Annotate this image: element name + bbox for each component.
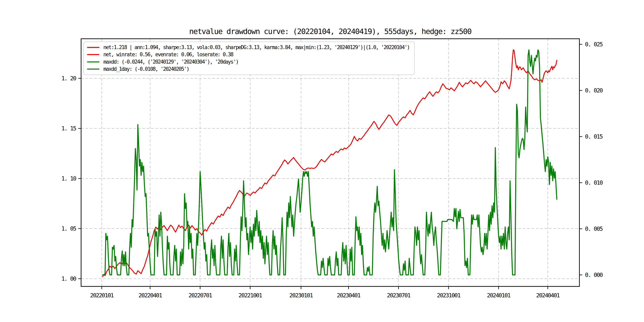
left-axis-tick-label: 1. 20 [62,75,76,82]
right-axis-tick-label: 0. 020 [585,87,603,94]
legend-item: maxdd: (-0.0244, ('20240129', '20240304'… [87,59,410,64]
right-axis-tick-label: 0. 015 [585,133,603,140]
legend-line-swatch [87,62,100,62]
x-axis-tick-label: 20240101 [487,292,511,299]
figure: 2022010120220401202207012022100120230101… [0,0,644,322]
legend-line-swatch [87,54,100,55]
right-axis-tick-label: 0. 000 [585,272,603,278]
x-axis-tick-label: 20220401 [138,292,162,299]
x-axis-tick-label: 20230101 [290,292,313,299]
legend-item: net, winrate: 0.56, evenrate: 0.06, lose… [87,52,410,57]
right-axis-tick-label: 0. 025 [585,41,603,48]
legend-item: maxdd_1day: (-0.0108, '20240205') [87,66,410,72]
x-axis-tick-label: 20230401 [337,292,360,299]
legend-label: maxdd_1day: (-0.0108, '20240205') [103,66,189,72]
x-axis-tick-label: 20240401 [536,292,560,299]
right-axis-tick-label: 0. 005 [585,226,603,232]
right-axis-tick-label: 0. 010 [585,179,603,186]
left-axis-tick-label: 1. 10 [62,175,76,182]
x-axis-tick-label: 20220101 [90,292,114,299]
chart-legend: net:1.218 | ann:1.094, sharpe:3.13, vola… [84,42,414,75]
legend-label: maxdd: (-0.0244, ('20240129', '20240304'… [103,59,238,64]
legend-label: net:1.218 | ann:1.094, sharpe:3.13, vola… [103,45,410,50]
x-axis-tick-label: 20231001 [437,292,460,299]
left-axis-tick-label: 1. 15 [62,125,76,132]
legend-line-swatch [87,47,100,48]
x-axis-tick-label: 20220701 [188,292,212,299]
chart-title: netvalue drawdown curve: (20220104, 2024… [81,27,580,36]
legend-label: net, winrate: 0.56, evenrate: 0.06, lose… [103,52,233,57]
x-axis-tick-label: 20230701 [387,292,410,299]
legend-line-swatch [87,68,100,70]
legend-item: net:1.218 | ann:1.094, sharpe:3.13, vola… [87,45,410,50]
left-axis-tick-label: 1. 05 [62,225,76,232]
x-axis-tick-label: 20221001 [238,292,262,299]
left-axis-tick-label: 1. 00 [62,275,76,282]
